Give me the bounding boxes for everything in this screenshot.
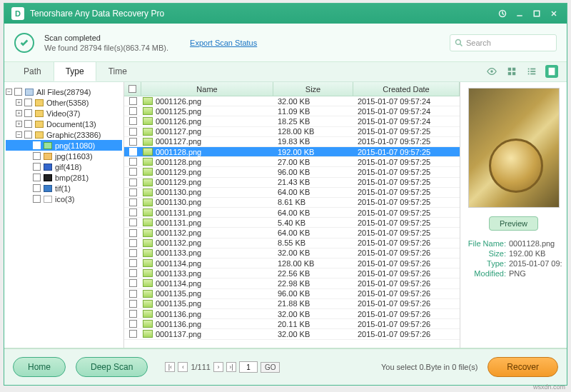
expand-icon[interactable]: + — [16, 110, 22, 116]
row-checkbox[interactable] — [129, 189, 137, 196]
page-last-icon[interactable]: ›| — [226, 362, 236, 372]
home-button[interactable]: Home — [13, 357, 66, 377]
row-checkbox[interactable] — [129, 218, 137, 226]
table-row[interactable]: 0001135.png96.00 KB2015-01-07 09:57:26 — [124, 289, 460, 299]
table-row[interactable]: 0001132.png8.55 KB2015-01-07 09:57:26 — [124, 238, 460, 248]
row-checkbox[interactable] — [129, 249, 137, 257]
tab-time[interactable]: Time — [96, 61, 139, 81]
table-row[interactable]: 0001128.png192.00 KB2015-01-07 09:57:25 — [124, 147, 460, 157]
tree-checkbox[interactable] — [24, 99, 32, 106]
page-first-icon[interactable]: |‹ — [165, 362, 175, 372]
table-row[interactable]: 0001130.png64.00 KB2015-01-07 09:57:25 — [124, 188, 460, 198]
row-checkbox[interactable] — [129, 310, 137, 318]
tree-checkbox[interactable] — [24, 131, 32, 139]
row-checkbox[interactable] — [129, 107, 137, 115]
row-checkbox[interactable] — [129, 269, 137, 277]
tree-checkbox[interactable] — [24, 109, 32, 117]
export-scan-status-link[interactable]: Export Scan Status — [190, 39, 257, 47]
row-checkbox[interactable] — [129, 259, 137, 267]
collapse-icon[interactable]: − — [6, 89, 12, 95]
table-row[interactable]: 0001129.png21.43 KB2015-01-07 09:57:25 — [124, 178, 460, 188]
tree-checkbox[interactable] — [14, 88, 22, 96]
table-row[interactable]: 0001136.png20.11 KB2015-01-07 09:57:26 — [124, 319, 460, 329]
table-row[interactable]: 0001136.png32.00 KB2015-01-07 09:57:26 — [124, 309, 460, 319]
column-name[interactable]: Name — [141, 82, 273, 96]
tree-checkbox[interactable] — [33, 141, 41, 149]
page-input[interactable] — [239, 361, 258, 373]
table-row[interactable]: 0001127.png19.83 KB2015-01-07 09:57:25 — [124, 137, 460, 147]
row-checkbox[interactable] — [129, 330, 137, 338]
collapse-icon[interactable]: − — [16, 131, 22, 138]
column-size[interactable]: Size — [273, 82, 353, 96]
tree-bmp[interactable]: bmp(281) — [55, 174, 89, 182]
row-checkbox[interactable] — [129, 208, 137, 216]
table-row[interactable]: 0001130.png8.61 KB2015-01-07 09:57:25 — [124, 198, 460, 208]
tree-checkbox[interactable] — [33, 195, 41, 203]
row-checkbox[interactable] — [129, 229, 137, 237]
row-checkbox[interactable] — [129, 128, 137, 136]
row-checkbox[interactable] — [129, 198, 137, 206]
row-checkbox[interactable] — [129, 300, 137, 308]
tree-checkbox[interactable] — [33, 184, 41, 192]
tab-type[interactable]: Type — [54, 61, 96, 81]
history-icon[interactable] — [494, 6, 511, 21]
tree-tif[interactable]: tif(1) — [55, 184, 71, 193]
table-row[interactable]: 0001129.png96.00 KB2015-01-07 09:57:25 — [124, 167, 460, 177]
file-list-body[interactable]: 0001126.png32.00 KB2015-01-07 09:57:2400… — [124, 96, 460, 348]
table-row[interactable]: 0001125.png11.09 KB2015-01-07 09:57:24 — [124, 106, 460, 116]
row-checkbox[interactable] — [129, 279, 137, 287]
table-row[interactable]: 0001133.png22.56 KB2015-01-07 09:57:26 — [124, 268, 460, 278]
tree-graphic[interactable]: Graphic(23386) — [46, 131, 101, 139]
expand-icon[interactable]: + — [16, 99, 22, 106]
tree-checkbox[interactable] — [33, 163, 41, 171]
table-row[interactable]: 0001137.png32.00 KB2015-01-07 09:57:26 — [124, 329, 460, 339]
row-checkbox[interactable] — [129, 117, 137, 125]
select-all-checkbox[interactable] — [128, 85, 136, 93]
view-grid-icon[interactable] — [505, 65, 518, 78]
table-row[interactable]: 0001128.png27.00 KB2015-01-07 09:57:25 — [124, 157, 460, 167]
tree-root[interactable]: All Files(28794) — [36, 88, 91, 96]
table-row[interactable]: 0001126.png18.25 KB2015-01-07 09:57:24 — [124, 116, 460, 126]
table-row[interactable]: 0001134.png128.00 KB2015-01-07 09:57:26 — [124, 258, 460, 268]
view-eye-icon[interactable] — [485, 65, 498, 78]
table-row[interactable]: 0001131.png5.40 KB2015-01-07 09:57:25 — [124, 218, 460, 228]
tab-path[interactable]: Path — [11, 61, 54, 81]
file-type-tree[interactable]: −All Files(28794) +Other(5358) +Video(37… — [4, 82, 124, 348]
page-next-icon[interactable]: › — [213, 362, 223, 372]
table-row[interactable]: 0001135.png21.88 KB2015-01-07 09:57:26 — [124, 299, 460, 309]
expand-icon[interactable]: + — [16, 121, 22, 127]
table-row[interactable]: 0001133.png32.00 KB2015-01-07 09:57:26 — [124, 248, 460, 258]
maximize-button[interactable] — [528, 6, 545, 21]
row-checkbox[interactable] — [129, 168, 137, 176]
column-date[interactable]: Created Date — [353, 82, 460, 96]
table-row[interactable]: 0001134.png22.98 KB2015-01-07 09:57:26 — [124, 278, 460, 288]
row-checkbox[interactable] — [129, 138, 137, 146]
tree-checkbox[interactable] — [33, 152, 41, 160]
tree-checkbox[interactable] — [33, 174, 41, 181]
row-checkbox[interactable] — [129, 290, 137, 298]
table-row[interactable]: 0001126.png32.00 KB2015-01-07 09:57:24 — [124, 96, 460, 106]
row-checkbox[interactable] — [129, 148, 137, 156]
view-list-icon[interactable] — [525, 65, 538, 78]
minimize-button[interactable] — [511, 6, 528, 21]
row-checkbox[interactable] — [129, 239, 137, 247]
tree-other[interactable]: Other(5358) — [46, 99, 89, 107]
tree-video[interactable]: Video(37) — [46, 109, 81, 118]
recover-button[interactable]: Recover — [487, 357, 558, 377]
row-checkbox[interactable] — [129, 97, 137, 105]
table-row[interactable]: 0001127.png128.00 KB2015-01-07 09:57:25 — [124, 127, 460, 137]
preview-button[interactable]: Preview — [489, 216, 538, 231]
tree-document[interactable]: Document(13) — [46, 120, 96, 129]
tree-png[interactable]: png(11080) — [55, 141, 95, 150]
row-checkbox[interactable] — [129, 158, 137, 166]
page-go-button[interactable]: GO — [261, 362, 281, 373]
row-checkbox[interactable] — [129, 179, 137, 186]
view-detail-icon[interactable] — [545, 65, 558, 78]
search-input[interactable]: Search — [450, 34, 557, 51]
tree-checkbox[interactable] — [24, 120, 32, 128]
table-row[interactable]: 0001131.png64.00 KB2015-01-07 09:57:25 — [124, 208, 460, 218]
tree-jpg[interactable]: jpg(11603) — [55, 152, 93, 161]
tree-gif[interactable]: gif(418) — [55, 163, 81, 171]
table-row[interactable]: 0001132.png64.00 KB2015-01-07 09:57:25 — [124, 228, 460, 238]
page-prev-icon[interactable]: ‹ — [178, 362, 188, 372]
